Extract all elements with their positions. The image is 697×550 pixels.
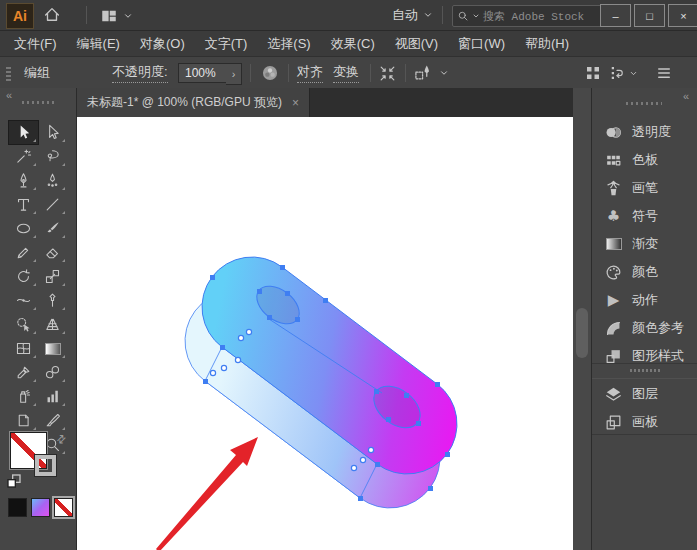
tool-eraser[interactable]: [38, 241, 67, 264]
tool-lasso[interactable]: [38, 145, 67, 168]
tool-symbol-sprayer[interactable]: [9, 385, 38, 408]
tool-paintbrush[interactable]: [38, 217, 67, 240]
tool-scale[interactable]: [38, 265, 67, 288]
chevron-down-icon: [439, 68, 449, 78]
divider: [250, 64, 251, 82]
panel-item-color-guide[interactable]: 颜色参考: [592, 314, 697, 342]
brushes-icon: [604, 179, 623, 198]
tool-rotate[interactable]: [9, 265, 38, 288]
menu-item-edit[interactable]: 编辑(E): [67, 31, 130, 56]
panel-item-swatches[interactable]: 色板: [592, 146, 697, 174]
document-tab[interactable]: 未标题-1* @ 100% (RGB/GPU 预览) ×: [77, 88, 310, 117]
symbol-sprayer-tool-icon: [15, 388, 32, 405]
tab-close-icon[interactable]: ×: [292, 96, 299, 110]
tool-curvature[interactable]: [38, 169, 67, 192]
stroke-swatch[interactable]: [35, 455, 56, 476]
tool-shape-builder[interactable]: [9, 313, 38, 336]
opacity-link[interactable]: 不透明度:: [112, 63, 168, 83]
collapse-panel-icon[interactable]: «: [6, 89, 12, 101]
artboard-tool-icon: [15, 412, 32, 429]
transparency-icon: [604, 123, 623, 142]
menu-item-help[interactable]: 帮助(H): [515, 31, 579, 56]
panel-item-symbols[interactable]: ♣ 符号: [592, 202, 697, 230]
isolate-draw-icon[interactable]: [413, 63, 433, 83]
tool-selection[interactable]: [9, 121, 38, 144]
tool-type[interactable]: [9, 193, 38, 216]
auto-dropdown[interactable]: 自动: [392, 6, 433, 24]
gradient-panel-icon: [604, 235, 623, 254]
fill-stroke-controls: ⇄: [0, 428, 76, 550]
menu-item-effect[interactable]: 效果(C): [321, 31, 385, 56]
tool-free-transform[interactable]: [38, 289, 67, 312]
tool-blend[interactable]: [38, 361, 67, 384]
panel-item-list: 透明度 色板 画笔 ♣ 符号 渐变 颜色 ▶ 动作 颜色参考 图形样式: [592, 118, 697, 370]
menu-item-select[interactable]: 选择(S): [257, 31, 320, 56]
arrange-icon[interactable]: [584, 64, 602, 82]
panel-item-transparency[interactable]: 透明度: [592, 118, 697, 146]
color-mode-buttons: [8, 498, 73, 517]
menu-item-window[interactable]: 窗口(W): [448, 31, 515, 56]
close-button[interactable]: ×: [668, 4, 697, 27]
tool-direct-selection[interactable]: [38, 121, 67, 144]
tool-gradient[interactable]: [38, 337, 67, 360]
grip-handle[interactable]: [22, 101, 54, 104]
tool-perspective-grid[interactable]: [38, 313, 67, 336]
tool-eyedropper[interactable]: [9, 361, 38, 384]
home-icon[interactable]: [42, 6, 62, 24]
panel-item-layers[interactable]: 图层: [592, 380, 697, 408]
panel-item-artboards[interactable]: 画板: [592, 408, 697, 436]
menu-bar: 文件(F)编辑(E)对象(O)文字(T)选择(S)效果(C)视图(V)窗口(W)…: [0, 31, 697, 56]
gradient-mode-button[interactable]: [31, 498, 50, 517]
auto-dropdown-label: 自动: [392, 6, 418, 24]
swap-fill-stroke-icon[interactable]: ⇄: [51, 429, 71, 449]
panel-menu-icon[interactable]: [655, 64, 673, 82]
swatches-icon: [604, 151, 623, 170]
transform-link[interactable]: 变换: [333, 63, 359, 83]
tool-line-segment[interactable]: [38, 193, 67, 216]
minimize-button[interactable]: –: [600, 4, 631, 27]
recolor-artwork-icon[interactable]: [260, 63, 280, 83]
tool-pen[interactable]: [9, 169, 38, 192]
maximize-button[interactable]: □: [634, 4, 665, 27]
grip-handle[interactable]: [6, 65, 11, 81]
menu-item-file[interactable]: 文件(F): [4, 31, 67, 56]
scale-tool-icon: [44, 268, 61, 285]
panel-divider[interactable]: [592, 363, 697, 379]
tool-column-graph[interactable]: [38, 385, 67, 408]
slice-tool-icon: [44, 412, 61, 429]
document-area: 未标题-1* @ 100% (RGB/GPU 预览) ×: [77, 88, 573, 550]
align-link[interactable]: 对齐: [297, 63, 323, 83]
opacity-dropdown-button[interactable]: ›: [226, 63, 242, 85]
workspace-switcher-button[interactable]: [100, 7, 133, 25]
menu-item-object[interactable]: 对象(O): [130, 31, 195, 56]
scrollbar-thumb[interactable]: [576, 308, 588, 358]
vertical-scrollbar[interactable]: [573, 88, 592, 550]
selection-type-label: 编组: [24, 64, 50, 82]
divider: [86, 6, 87, 24]
control-bar: 编组 不透明度: 100% › 对齐 变换: [0, 56, 697, 90]
menu-item-type[interactable]: 文字(T): [195, 31, 258, 56]
expand-panel-icon[interactable]: «: [683, 90, 689, 102]
panel-item-brushes[interactable]: 画笔: [592, 174, 697, 202]
color-mode-button[interactable]: [8, 498, 27, 517]
panel-item-color[interactable]: 颜色: [592, 258, 697, 286]
tool-ellipse[interactable]: [9, 217, 38, 240]
tool-width[interactable]: [9, 289, 38, 312]
artwork-3d-slab: [77, 117, 572, 550]
canvas[interactable]: [77, 117, 573, 550]
grip-handle[interactable]: [626, 102, 662, 105]
touch-bounds-icon[interactable]: [378, 64, 397, 83]
search-input[interactable]: 搜索 Adobe Stock: [452, 5, 604, 27]
tool-pencil[interactable]: [9, 241, 38, 264]
panel-item-gradient[interactable]: 渐变: [592, 230, 697, 258]
tool-magic-wand[interactable]: [9, 145, 38, 168]
perspective-grid-tool-icon: [44, 316, 61, 333]
tool-mesh[interactable]: [9, 337, 38, 360]
default-fill-stroke-icon[interactable]: [6, 473, 22, 489]
distribute-icon[interactable]: [608, 64, 626, 82]
panel-item-actions[interactable]: ▶ 动作: [592, 286, 697, 314]
menu-item-view[interactable]: 视图(V): [385, 31, 448, 56]
chevron-down-icon: [472, 12, 480, 20]
opacity-value-input[interactable]: 100%: [178, 63, 232, 83]
none-mode-button[interactable]: [54, 498, 73, 517]
